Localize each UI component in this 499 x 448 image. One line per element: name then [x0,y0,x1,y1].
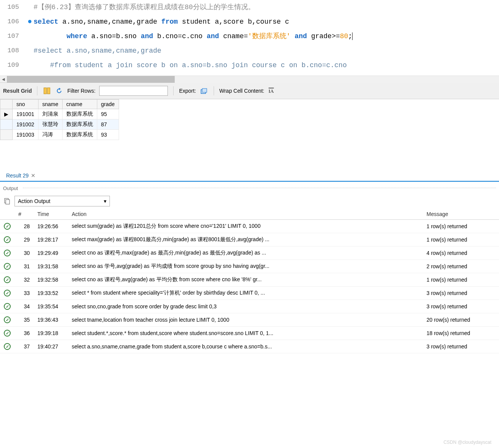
column-header[interactable]: cname [62,100,97,109]
export-label: Export: [179,88,196,94]
grid-cell[interactable]: 95 [97,109,119,119]
svg-rect-0 [44,88,47,94]
refresh-icon[interactable] [55,87,63,95]
output-row[interactable]: ✓3219:32:58select cno as 课程号,avg(grade) … [0,273,499,287]
time-cell: 19:36:43 [34,313,68,327]
result-toolbar: Result Grid Filter Rows: Export: Wrap Ce… [0,82,499,99]
output-row[interactable]: ✓3319:33:52select * from student where s… [0,287,499,300]
action-cell: select max(grade) as 课程8001最高分,min(grade… [68,233,423,247]
editor-horizontal-scrollbar[interactable]: ◀ [0,76,499,82]
sql-editor[interactable]: 105 #【例6.23】查询选修了数据库系统课程且成绩在80分以上的学生情况。 … [0,0,499,76]
action-cell: select student.*,score.* from student,sc… [68,327,423,340]
line-number: 105 [0,0,26,15]
result-tab[interactable]: Result 29 ✕ [2,170,39,181]
column-header[interactable]: sno [13,100,39,109]
export-icon[interactable] [200,87,208,95]
table-row[interactable]: ▶191001刘清泉数据库系统95 [0,109,119,119]
svg-rect-3 [202,89,207,92]
status-cell: ✓ [0,327,14,340]
grid-cell[interactable]: 191003 [13,130,39,140]
row-marker[interactable] [0,119,13,130]
output-row[interactable]: ✓3019:29:49select cno as 课程号,max(grade) … [0,247,499,260]
time-cell: 19:35:54 [34,300,68,313]
action-cell: select sno as 学号,avg(grade) as 平均成绩 from… [68,260,423,273]
wrap-cell-icon[interactable]: IA [268,87,277,95]
grid-cell[interactable]: 87 [97,119,119,130]
action-cell: select cno as 课程号,avg(grade) as 平均分数 fro… [68,273,423,287]
output-row[interactable]: ✓3119:31:58select sno as 学号,avg(grade) a… [0,260,499,273]
action-cell: select sno,cno,grade from score order by… [68,300,423,313]
status-cell: ✓ [0,260,14,273]
action-cell: select a.sno,sname,cname,grade from stud… [68,340,423,353]
svg-rect-1 [47,88,50,94]
index-cell: 32 [14,273,34,287]
grid-cell[interactable]: 数据库系统 [62,130,97,140]
scroll-left-icon[interactable]: ◀ [0,76,7,83]
result-grid[interactable]: sno sname cname grade ▶191001刘清泉数据库系统951… [0,99,119,140]
scroll-track[interactable] [7,76,499,83]
success-icon: ✓ [4,316,11,323]
breakpoint-icon[interactable]: ● [26,15,34,29]
status-cell: ✓ [0,313,14,327]
grid-cell[interactable]: 冯涛 [38,130,62,140]
index-cell: 28 [14,220,34,233]
success-icon: ✓ [4,250,11,256]
output-row[interactable]: ✓3719:40:27select a.sno,sname,cname,grad… [0,340,499,353]
status-cell: ✓ [0,233,14,247]
message-cell: 4 row(s) returned [423,247,499,260]
column-header[interactable]: sname [38,100,62,109]
grid-view-icon[interactable] [43,87,51,95]
code-line: 109 #from student a join score b on a.sn… [0,58,499,73]
index-cell: 33 [14,287,34,300]
grid-cell[interactable]: 191002 [13,119,39,130]
close-icon[interactable]: ✕ [31,172,35,179]
status-cell: ✓ [0,273,14,287]
grid-cell[interactable]: 191001 [13,109,39,119]
column-header[interactable]: grade [97,100,119,109]
table-row[interactable]: 191002张慧玲数据库系统87 [0,119,119,130]
success-icon: ✓ [4,303,11,310]
grid-cell[interactable]: 93 [97,130,119,140]
index-header[interactable]: # [14,209,34,220]
output-row[interactable]: ✓2919:28:17select max(grade) as 课程8001最高… [0,233,499,247]
success-icon: ✓ [4,343,11,350]
index-cell: 30 [14,247,34,260]
result-grid-label: Result Grid [3,88,32,94]
output-row[interactable]: ✓3419:35:54select sno,cno,grade from sco… [0,300,499,313]
grid-cell[interactable]: 数据库系统 [62,109,97,119]
grid-cell[interactable]: 刘清泉 [38,109,62,119]
result-tab-label: Result 29 [6,172,29,179]
code-text: #select a.sno,sname,cname,grade [34,44,161,58]
message-cell: 3 row(s) returned [423,287,499,300]
row-marker[interactable]: ▶ [0,109,13,119]
success-icon: ✓ [4,330,11,337]
filter-rows-input[interactable] [99,86,168,96]
success-icon: ✓ [4,263,11,270]
message-cell: 1 row(s) returned [423,233,499,247]
time-cell: 19:28:17 [34,233,68,247]
output-row[interactable]: ✓3619:39:18select student.*,score.* from… [0,327,499,340]
toolbar-separator [173,86,174,95]
row-marker[interactable] [0,130,13,140]
output-row[interactable]: ✓3519:36:43select tname,location from te… [0,313,499,327]
action-output-select[interactable]: Action Output ▾ [14,196,110,206]
svg-rect-6 [6,200,10,204]
copy-icon[interactable] [3,197,11,205]
output-row[interactable]: ✓2819:26:56select sum(grade) as 课程1201总分… [0,220,499,233]
line-number: 107 [0,29,26,44]
action-output-label: Action Output [18,198,50,204]
time-cell: 19:32:58 [34,273,68,287]
line-number: 108 [0,44,26,58]
scroll-thumb[interactable] [7,76,175,83]
code-line: 106 ● select a.sno,sname,cname,grade fro… [0,15,499,29]
action-header[interactable]: Action [68,209,423,220]
action-output-table[interactable]: # Time Action Message ✓2819:26:56select … [0,209,499,353]
toolbar-separator [37,86,37,95]
time-header[interactable]: Time [34,209,68,220]
svg-text:IA: IA [269,88,274,94]
message-header[interactable]: Message [423,209,499,220]
index-cell: 35 [14,313,34,327]
grid-cell[interactable]: 张慧玲 [38,119,62,130]
table-row[interactable]: 191003冯涛数据库系统93 [0,130,119,140]
grid-cell[interactable]: 数据库系统 [62,119,97,130]
